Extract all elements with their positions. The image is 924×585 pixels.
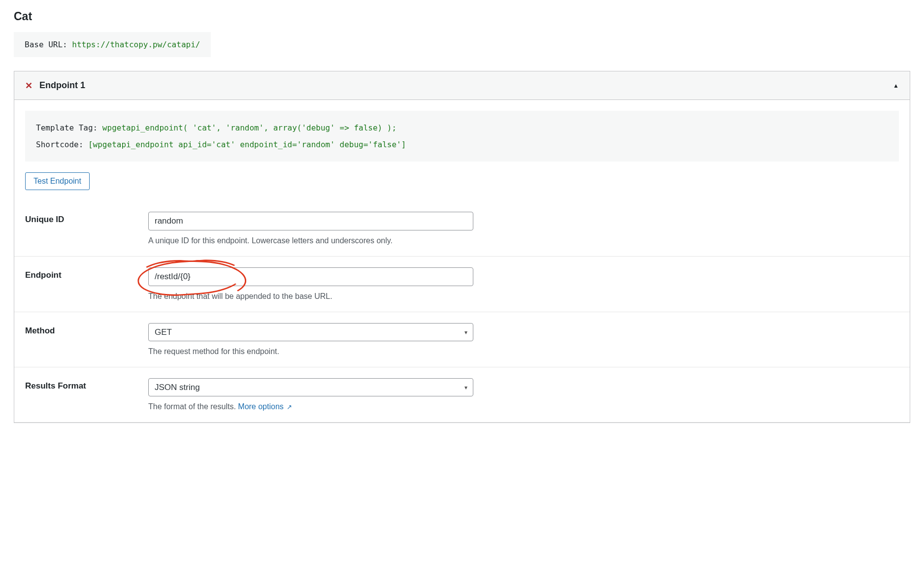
shortcode-label: Shortcode: [36, 140, 88, 149]
unique-id-input[interactable] [148, 212, 473, 230]
template-tag-label: Template Tag: [36, 123, 102, 132]
endpoint-input[interactable] [148, 267, 473, 286]
test-endpoint-button[interactable]: Test Endpoint [25, 172, 90, 190]
base-url-value: https://thatcopy.pw/catapi/ [72, 40, 200, 49]
endpoint-panel-body: Template Tag: wpgetapi_endpoint( 'cat', … [14, 111, 910, 422]
method-label: Method [25, 323, 138, 356]
endpoint-panel: ✕ Endpoint 1 ▲ Template Tag: wpgetapi_en… [14, 71, 910, 423]
base-url-box: Base URL: https://thatcopy.pw/catapi/ [14, 32, 211, 57]
method-help: The request method for this endpoint. [148, 347, 473, 356]
results-format-select[interactable]: JSON string [148, 378, 473, 396]
collapse-icon[interactable]: ▲ [893, 82, 899, 89]
unique-id-help: A unique ID for this endpoint. Lowercase… [148, 236, 473, 245]
endpoint-panel-title: Endpoint 1 [39, 80, 85, 91]
field-row-endpoint: Endpoint The endpoint that will be appen… [14, 257, 910, 312]
endpoint-label: Endpoint [25, 267, 138, 301]
field-row-unique-id: Unique ID A unique ID for this endpoint.… [14, 201, 910, 257]
results-format-label: Results Format [25, 378, 138, 411]
external-link-icon: ↗ [287, 403, 292, 411]
field-row-results-format: Results Format JSON string ▾ The format … [14, 367, 910, 422]
method-select[interactable]: GET [148, 323, 473, 341]
page-title: Cat [14, 10, 910, 23]
endpoint-help: The endpoint that will be appended to th… [148, 292, 473, 301]
template-tag-code: wpgetapi_endpoint( 'cat', 'random', arra… [102, 123, 396, 132]
base-url-label: Base URL: [25, 40, 72, 49]
field-row-method: Method GET ▾ The request method for this… [14, 312, 910, 367]
remove-endpoint-icon[interactable]: ✕ [25, 81, 33, 90]
code-snippets-box: Template Tag: wpgetapi_endpoint( 'cat', … [25, 111, 899, 162]
endpoint-panel-header[interactable]: ✕ Endpoint 1 ▲ [14, 71, 910, 100]
more-options-link[interactable]: More options ↗ [238, 402, 292, 411]
shortcode-code: [wpgetapi_endpoint api_id='cat' endpoint… [88, 140, 406, 149]
results-format-help: The format of the results. More options … [148, 402, 473, 411]
unique-id-label: Unique ID [25, 212, 138, 245]
